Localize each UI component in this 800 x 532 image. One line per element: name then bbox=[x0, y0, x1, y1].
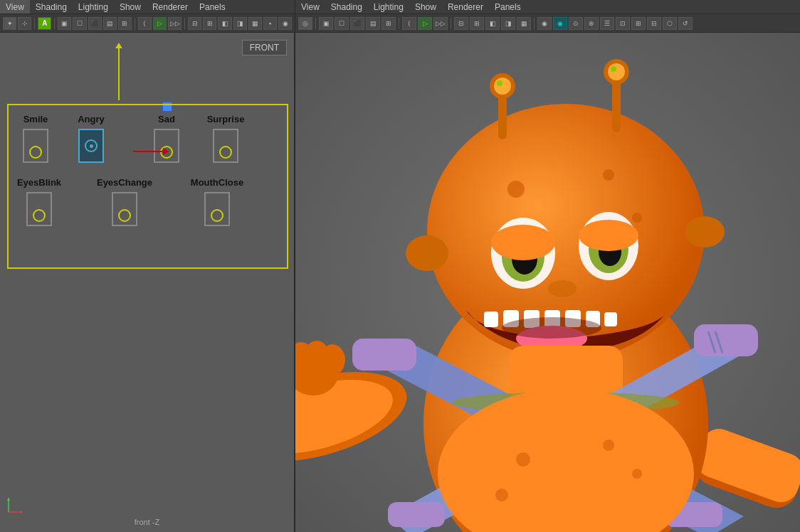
eyeschange-box[interactable] bbox=[112, 192, 137, 226]
r-icon-13[interactable]: ▦ bbox=[517, 17, 531, 30]
r-icon-6[interactable]: ⟨ bbox=[402, 17, 416, 30]
r-icon-3[interactable]: ⬛ bbox=[350, 17, 364, 30]
right-menu-view[interactable]: View bbox=[295, 0, 325, 14]
icon-btn-6[interactable]: ⟨ bbox=[138, 17, 152, 30]
node-surprise[interactable]: Surprise bbox=[201, 114, 251, 163]
blend-row-2: EyesBlink EyesChange MouthClose bbox=[9, 163, 287, 226]
surprise-label: Surprise bbox=[207, 114, 245, 124]
left-menu-panels[interactable]: Panels bbox=[194, 0, 231, 14]
toolbar-sep5 bbox=[315, 18, 316, 29]
arrow-head bbox=[163, 148, 169, 155]
icon-btn-12[interactable]: ◨ bbox=[233, 17, 247, 30]
surprise-box[interactable] bbox=[213, 129, 238, 163]
mouthclose-box[interactable] bbox=[204, 192, 230, 226]
r-icon-14[interactable]: ◉ bbox=[537, 17, 552, 30]
icon-btn-11[interactable]: ◧ bbox=[218, 17, 231, 30]
eyesblink-circle bbox=[33, 209, 46, 222]
r-icon-12[interactable]: ◨ bbox=[501, 17, 515, 30]
svg-rect-59 bbox=[352, 339, 416, 371]
sad-box[interactable] bbox=[154, 129, 179, 163]
smile-box[interactable] bbox=[23, 129, 48, 163]
icon-btn-10[interactable]: ⊞ bbox=[203, 17, 216, 30]
left-menu-renderer[interactable]: Renderer bbox=[147, 0, 194, 14]
r-icon-5[interactable]: ⊞ bbox=[381, 17, 396, 30]
right-menu-lighting[interactable]: Lighting bbox=[368, 0, 409, 14]
eyeschange-circle bbox=[118, 209, 131, 222]
r-icon-4[interactable]: ▤ bbox=[366, 17, 380, 30]
r-icon-1[interactable]: ▣ bbox=[319, 17, 333, 30]
left-menu-show[interactable]: Show bbox=[114, 0, 147, 14]
svg-point-35 bbox=[611, 66, 616, 72]
icon-btn-4[interactable]: ▤ bbox=[103, 17, 117, 30]
svg-point-31 bbox=[497, 80, 502, 86]
right-menu-shading[interactable]: Shading bbox=[325, 0, 368, 14]
left-menu-shading[interactable]: Shading bbox=[30, 0, 73, 14]
icon-btn-7[interactable]: ▷ bbox=[153, 17, 167, 30]
svg-point-30 bbox=[494, 78, 511, 95]
left-menu-lighting[interactable]: Lighting bbox=[73, 0, 114, 14]
svg-point-36 bbox=[406, 235, 448, 271]
r-icon-16[interactable]: ⊙ bbox=[569, 17, 583, 30]
svg-rect-61 bbox=[388, 502, 445, 527]
r-icon-20[interactable]: ⊞ bbox=[631, 17, 646, 30]
r-icon-15[interactable]: ◉ bbox=[553, 17, 567, 30]
select-tool-btn[interactable]: ✦ bbox=[3, 17, 16, 30]
icon-btn-14[interactable]: ▪ bbox=[263, 17, 277, 30]
right-menu-panels[interactable]: Panels bbox=[489, 0, 527, 14]
front-label: FRONT bbox=[242, 40, 287, 55]
svg-point-34 bbox=[608, 63, 625, 80]
smile-label: Smile bbox=[23, 114, 48, 124]
r-icon-18[interactable]: ☰ bbox=[600, 17, 614, 30]
svg-rect-55 bbox=[604, 312, 617, 326]
right-menu-show[interactable]: Show bbox=[409, 0, 442, 14]
move-tool-btn[interactable]: ⊹ bbox=[18, 17, 31, 30]
r-icon-9[interactable]: ⊟ bbox=[454, 17, 468, 30]
node-eyeschange[interactable]: EyesChange bbox=[93, 177, 157, 226]
node-smile[interactable]: Smile bbox=[14, 114, 57, 163]
angry-box[interactable] bbox=[78, 129, 104, 163]
left-menu-view[interactable]: View bbox=[0, 0, 30, 14]
svg-point-37 bbox=[685, 216, 725, 248]
right-menu-renderer[interactable]: Renderer bbox=[442, 0, 489, 14]
svg-rect-49 bbox=[484, 312, 498, 327]
eyesblink-box[interactable] bbox=[26, 192, 52, 226]
icon-btn-5[interactable]: ⊞ bbox=[118, 17, 132, 30]
icon-btn-15[interactable]: ◉ bbox=[278, 17, 292, 30]
r-select-btn[interactable]: ◎ bbox=[298, 17, 312, 30]
svg-point-24 bbox=[603, 169, 614, 181]
r-icon-19[interactable]: ⊡ bbox=[616, 17, 630, 30]
angry-label: Angry bbox=[78, 114, 105, 124]
r-icon-17[interactable]: ⊛ bbox=[584, 17, 599, 30]
icon-btn-2[interactable]: ☐ bbox=[73, 17, 86, 30]
toolbar-sep8 bbox=[534, 18, 535, 29]
r-icon-2[interactable]: ☐ bbox=[335, 17, 349, 30]
svg-point-69 bbox=[632, 469, 642, 479]
r-icon-11[interactable]: ◧ bbox=[485, 17, 500, 30]
arrow-line bbox=[133, 151, 163, 152]
r-icon-21[interactable]: ⊟ bbox=[647, 17, 661, 30]
r-icon-7[interactable]: ▷ bbox=[418, 17, 432, 30]
icon-btn-8[interactable]: ▷▷ bbox=[168, 17, 181, 30]
svg-point-47 bbox=[579, 220, 638, 251]
angry-circle-outer bbox=[85, 139, 98, 152]
r-icon-10[interactable]: ⊞ bbox=[470, 17, 484, 30]
toolbar-sep6 bbox=[399, 18, 399, 29]
svg-point-46 bbox=[491, 225, 555, 260]
blend-row-1: Smile Angry bbox=[9, 105, 287, 163]
r-icon-23[interactable]: ↺ bbox=[678, 17, 693, 30]
node-mouthclose[interactable]: MouthClose bbox=[185, 177, 249, 226]
r-icon-8[interactable]: ▷▷ bbox=[433, 17, 448, 30]
icon-btn-1[interactable]: ▣ bbox=[58, 17, 71, 30]
node-angry[interactable]: Angry bbox=[70, 114, 112, 163]
right-viewport[interactable] bbox=[295, 33, 800, 532]
node-sad[interactable]: Sad bbox=[145, 114, 188, 163]
icon-btn-3[interactable]: ⬛ bbox=[88, 17, 102, 30]
r-icon-22[interactable]: ⬡ bbox=[663, 17, 677, 30]
node-eyesblink[interactable]: EyesBlink bbox=[14, 177, 64, 226]
left-viewport[interactable]: FRONT Smile Angry bbox=[0, 33, 295, 532]
icon-btn-9[interactable]: ⊟ bbox=[188, 17, 201, 30]
svg-point-25 bbox=[632, 213, 642, 223]
svg-point-23 bbox=[507, 181, 525, 198]
highlight-btn[interactable]: A bbox=[38, 17, 51, 30]
icon-btn-13[interactable]: ▦ bbox=[248, 17, 262, 30]
